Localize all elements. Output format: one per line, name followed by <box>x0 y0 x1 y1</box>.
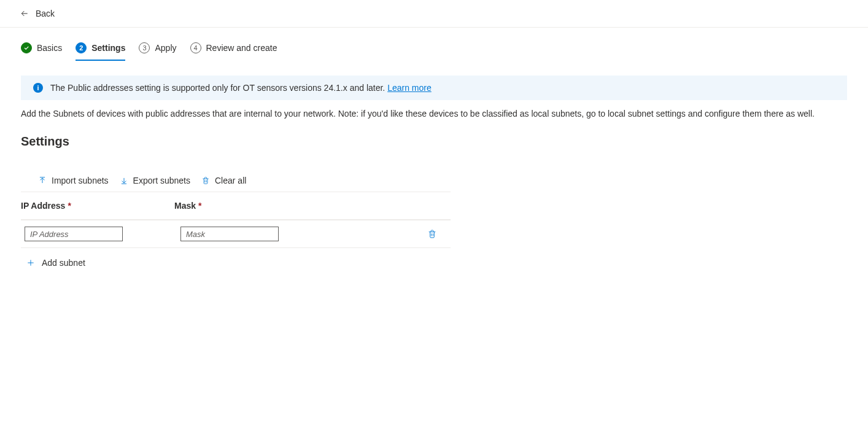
clear-all-button[interactable]: Clear all <box>201 176 246 185</box>
col-mask-header: Mask* <box>174 201 328 211</box>
col-mask-label: Mask <box>174 201 196 211</box>
arrow-left-icon <box>20 9 29 18</box>
step-number-icon: 4 <box>190 42 201 53</box>
col-ip-header: IP Address* <box>21 201 174 211</box>
info-text-body: The Public addresses setting is supporte… <box>50 83 387 93</box>
wizard-pivot: Basics 2 Settings 3 Apply 4 Review and c… <box>21 42 847 61</box>
required-marker: * <box>198 201 201 211</box>
pivot-label: Settings <box>91 43 125 53</box>
pivot-label: Basics <box>37 43 62 53</box>
subnet-table: IP Address* Mask* <box>21 192 451 248</box>
info-message-bar: i The Public addresses setting is suppor… <box>21 76 847 100</box>
arrow-up-icon <box>38 176 47 185</box>
import-label: Import subnets <box>52 176 109 185</box>
checkmark-icon <box>21 42 32 53</box>
pivot-label: Apply <box>155 43 176 53</box>
import-subnets-button[interactable]: Import subnets <box>38 176 109 185</box>
plus-icon <box>26 258 36 268</box>
ip-address-input[interactable] <box>25 227 123 241</box>
add-subnet-label: Add subnet <box>42 258 85 268</box>
learn-more-link[interactable]: Learn more <box>387 83 432 93</box>
step-number-icon: 2 <box>76 42 87 53</box>
trash-icon <box>201 176 210 185</box>
arrow-down-icon <box>120 176 128 185</box>
section-title: Settings <box>21 134 847 149</box>
table-row <box>21 220 451 248</box>
mask-input[interactable] <box>180 227 279 241</box>
table-header-row: IP Address* Mask* <box>21 192 451 220</box>
required-marker: * <box>68 201 71 211</box>
subnet-toolbar: Import subnets Export subnets Clear all <box>21 176 451 185</box>
info-text: The Public addresses setting is supporte… <box>50 83 432 93</box>
back-button[interactable]: Back <box>20 9 55 18</box>
export-subnets-button[interactable]: Export subnets <box>120 176 190 185</box>
step-number-icon: 3 <box>139 42 150 53</box>
clear-label: Clear all <box>215 176 246 185</box>
add-subnet-button[interactable]: Add subnet <box>21 248 85 268</box>
pivot-basics[interactable]: Basics <box>21 42 62 61</box>
col-ip-label: IP Address <box>21 201 65 211</box>
section-description: Add the Subnets of devices with public a… <box>21 109 847 119</box>
pivot-apply[interactable]: 3 Apply <box>139 42 176 61</box>
back-label: Back <box>36 9 55 18</box>
trash-icon <box>427 229 437 239</box>
pivot-review[interactable]: 4 Review and create <box>190 42 277 61</box>
info-icon: i <box>33 83 43 93</box>
pivot-settings[interactable]: 2 Settings <box>76 42 125 61</box>
export-label: Export subnets <box>133 176 190 185</box>
pivot-label: Review and create <box>206 43 277 53</box>
page-header: Back <box>0 0 868 28</box>
delete-row-button[interactable] <box>414 229 451 239</box>
